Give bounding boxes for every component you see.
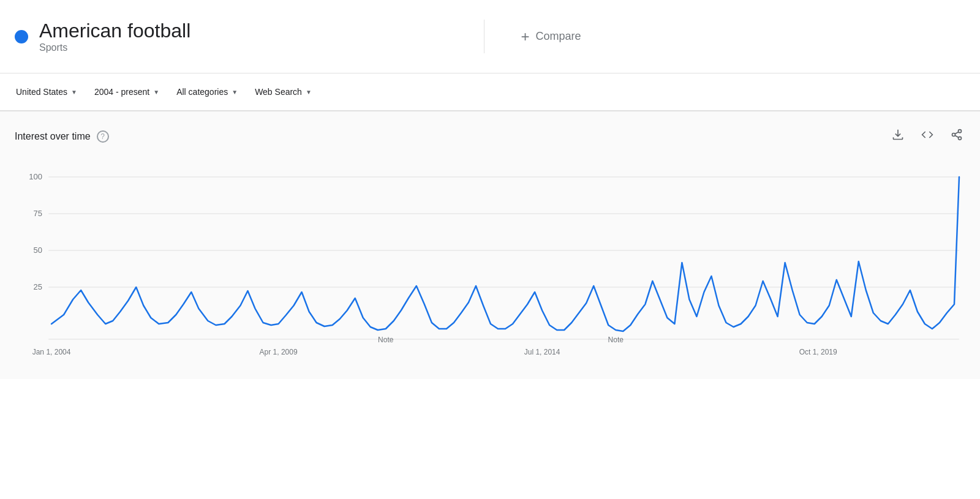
svg-line-4 (955, 132, 959, 133)
region-arrow-icon: ▼ (71, 89, 77, 96)
embed-button[interactable] (919, 126, 936, 146)
compare-label: Compare (536, 30, 581, 43)
time-range-filter[interactable]: 2004 - present ▼ (93, 84, 160, 99)
filters-bar: United States ▼ 2004 - present ▼ All cat… (0, 73, 980, 111)
header-section: American football Sports + Compare (0, 0, 980, 73)
help-icon[interactable]: ? (97, 130, 109, 143)
download-button[interactable] (889, 126, 907, 146)
categories-label: All categories (176, 87, 228, 97)
svg-line-3 (955, 135, 959, 137)
svg-text:Jul 1, 2014: Jul 1, 2014 (524, 348, 560, 356)
search-type-label: Web Search (255, 87, 302, 97)
svg-point-1 (952, 133, 956, 137)
chart-actions (889, 126, 965, 146)
chart-section: Interest over time ? (0, 111, 980, 379)
categories-arrow-icon: ▼ (232, 89, 238, 96)
chart-title-area: Interest over time ? (15, 130, 109, 143)
compare-button[interactable]: + Compare (521, 28, 581, 45)
region-label: United States (16, 87, 67, 97)
compare-plus-icon: + (521, 28, 530, 45)
svg-text:75: 75 (34, 209, 42, 218)
region-filter[interactable]: United States ▼ (15, 84, 78, 99)
svg-text:Oct 1, 2019: Oct 1, 2019 (799, 348, 837, 356)
categories-filter[interactable]: All categories ▼ (175, 84, 239, 99)
svg-text:Apr 1, 2009: Apr 1, 2009 (260, 348, 298, 356)
share-button[interactable] (948, 126, 965, 146)
chart-container: 100 75 50 25 Note Note Jan 1, 2004 Apr 1… (15, 159, 965, 379)
compare-area: + Compare (484, 28, 966, 45)
svg-text:Jan 1, 2004: Jan 1, 2004 (32, 348, 71, 356)
svg-text:Note: Note (608, 336, 624, 344)
svg-point-0 (959, 130, 962, 133)
time-range-arrow-icon: ▼ (153, 89, 159, 96)
time-range-label: 2004 - present (94, 87, 149, 97)
svg-text:100: 100 (29, 172, 42, 181)
chart-svg: 100 75 50 25 Note Note Jan 1, 2004 Apr 1… (15, 159, 965, 379)
svg-text:Note: Note (378, 336, 394, 344)
topic-title: American football (39, 20, 190, 42)
topic-dot (15, 30, 28, 43)
chart-header: Interest over time ? (15, 126, 965, 146)
search-type-arrow-icon: ▼ (306, 89, 312, 96)
svg-text:50: 50 (34, 246, 42, 255)
svg-text:25: 25 (34, 282, 42, 291)
topic-category: Sports (39, 42, 67, 53)
topic-area: American football Sports (15, 20, 484, 53)
svg-point-2 (959, 137, 962, 140)
search-type-filter[interactable]: Web Search ▼ (254, 84, 313, 99)
topic-text: American football Sports (39, 20, 190, 53)
chart-title: Interest over time (15, 131, 91, 142)
